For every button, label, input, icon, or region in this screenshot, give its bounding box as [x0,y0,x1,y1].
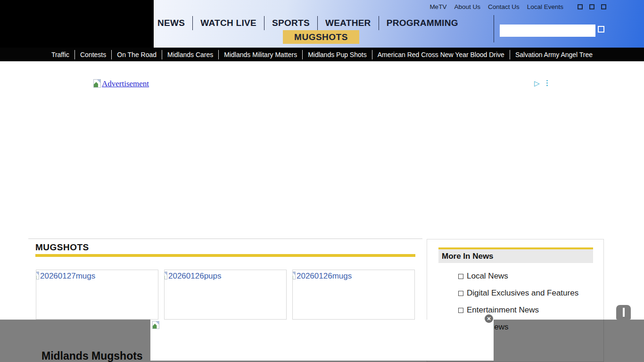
utility-nav: MeTV About Us Contact Us Local Events [429,3,606,10]
bullet-square-icon [458,274,463,279]
page: MeTV About Us Contact Us Local Events NE… [0,0,644,362]
broken-image-icon [152,321,159,329]
secondary-nav-traffic[interactable]: Traffic [46,51,74,58]
ad-menu-dots-icon[interactable]: ⋮ [544,79,551,87]
section-accent-bar [35,254,415,257]
search-input[interactable] [500,25,595,37]
nav-item-programming[interactable]: PROGRAMMING [379,16,466,30]
article-card[interactable]: 20260127mugs [36,270,158,320]
station-logo[interactable] [0,0,154,48]
social-icon-1[interactable] [578,4,583,9]
secondary-nav-pup-shots[interactable]: Midlands Pup Shots [303,51,372,58]
secondary-nav-military-matters[interactable]: Midlands Military Matters [219,51,302,58]
content-divider [28,239,422,239]
adchoices-icon[interactable]: ▷ [534,79,540,88]
leaderboard-ad-broken-link[interactable]: Advertisement [93,79,149,89]
sidebar-item-label: Digital Exclusives and Features [467,288,578,298]
article-card[interactable]: 20260126pups [164,270,287,320]
sidebar-item-label: Local News [467,272,508,281]
article-image-alt: 20260126mugs [297,272,352,281]
broken-image-icon [292,272,296,280]
nav-item-sports[interactable]: SPORTS [264,16,317,30]
anchor-ad-slot[interactable] [150,320,494,361]
ad-alt-text: Advertisement [102,79,149,89]
nav-item-weather[interactable]: WEATHER [318,16,379,30]
secondary-nav-angel-tree[interactable]: Salvation Army Angel Tree [510,51,598,58]
floating-widget-button[interactable] [616,305,631,320]
sidebar-item-label: Entertainment News [467,305,539,315]
utility-link-about-us[interactable]: About Us [454,3,480,10]
secondary-nav: Traffic Contests On The Road Midlands Ca… [0,48,644,61]
sidebar-item-entertainment-news[interactable]: Entertainment News [458,305,539,315]
utility-link-metv[interactable]: MeTV [429,3,446,10]
site-header: MeTV About Us Contact Us Local Events NE… [0,0,644,48]
secondary-nav-contests[interactable]: Contests [75,51,111,58]
close-icon[interactable]: ✕ [485,314,493,323]
article-image-alt: 20260126pups [168,272,222,281]
bullet-square-icon [458,308,463,313]
nav-item-news[interactable]: NEWS [150,16,192,30]
utility-link-local-events[interactable]: Local Events [527,3,563,10]
broken-image-icon [164,272,167,280]
main-nav: NEWS WATCH LIVE SPORTS WEATHER PROGRAMMI… [150,16,466,30]
social-icon-3[interactable] [601,4,606,9]
sidebar-item-digital-exclusives[interactable]: Digital Exclusives and Features [458,288,578,298]
bullet-square-icon [458,291,463,296]
broken-image-icon [93,79,101,88]
broken-image-icon [36,272,39,280]
search-icon[interactable] [598,26,604,33]
secondary-nav-midlands-cares[interactable]: Midlands Cares [162,51,218,58]
nav-divider [494,15,494,42]
sidebar-title: More In News [438,247,593,263]
nav-item-mugshots-active[interactable]: MUGSHOTS [283,30,359,44]
nav-item-watch-live[interactable]: WATCH LIVE [193,16,264,30]
utility-link-contact-us[interactable]: Contact Us [488,3,520,10]
sidebar-item-local-news[interactable]: Local News [458,272,508,281]
secondary-nav-on-the-road[interactable]: On The Road [112,51,162,58]
social-icon-2[interactable] [589,4,594,9]
page-title: MUGSHOTS [35,242,89,253]
article-card[interactable]: 20260126mugs [292,270,415,320]
widget-placeholder-icon [623,308,625,317]
article-image-alt: 20260127mugs [40,272,95,281]
secondary-nav-blood-drive[interactable]: American Red Cross New Year Blood Drive [372,51,510,58]
